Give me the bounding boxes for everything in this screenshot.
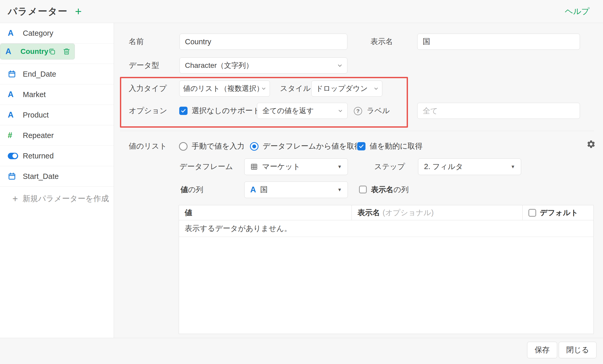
- data-type-label: データ型: [129, 58, 159, 73]
- options-label: オプション: [129, 103, 167, 119]
- display-name-column-label[interactable]: 表示名の列: [371, 182, 409, 198]
- header: パラメーター + ヘルプ: [0, 0, 603, 23]
- chevron-down-icon: [338, 108, 343, 114]
- step-dropdown[interactable]: 2. フィルタ ▼: [418, 158, 521, 175]
- display-name-input[interactable]: [417, 34, 580, 50]
- dataframe-table-icon: [250, 163, 258, 171]
- save-button[interactable]: 保存: [527, 342, 557, 358]
- sidebar-item-repeater[interactable]: # Repeater: [0, 125, 114, 146]
- chevron-down-icon: [373, 86, 379, 91]
- manual-values-label[interactable]: 手動で値を入力: [192, 139, 245, 154]
- label-field-label: ラベル: [367, 103, 390, 119]
- character-icon: A: [8, 90, 19, 99]
- close-button[interactable]: 閉じる: [559, 342, 597, 358]
- input-type-label: 入力タイプ: [129, 81, 167, 96]
- sidebar-item-country[interactable]: A Country: [0, 43, 75, 60]
- default-checkbox[interactable]: [528, 209, 536, 217]
- display-name-label: 表示名: [370, 34, 393, 49]
- style-select[interactable]: ドロップダウン: [311, 81, 382, 97]
- sidebar-item-start-date[interactable]: Start_Date: [0, 166, 114, 187]
- page-title: パラメーター: [8, 5, 68, 18]
- values-table: 値 表示名 (オプショナル) デフォルト 表示するデータがありません。: [179, 205, 594, 334]
- parameter-list-sidebar: A Category A Country A Deliver_Type: [0, 23, 114, 338]
- character-icon: A: [250, 185, 256, 194]
- empty-table-message: 表示するデータがありません。: [179, 220, 593, 237]
- chevron-down-icon: [261, 86, 267, 91]
- dataframe-dropdown[interactable]: マーケット ▼: [244, 158, 348, 175]
- label-input[interactable]: [417, 103, 580, 119]
- duplicate-icon[interactable]: [48, 48, 56, 55]
- step-label: ステップ: [374, 159, 405, 174]
- column-header-value: 値: [179, 205, 352, 220]
- dynamic-fetch-label[interactable]: 値を動的に取得: [370, 139, 422, 154]
- numeric-icon: #: [8, 131, 19, 140]
- dataframe-values-label[interactable]: データフレームから値を取得: [263, 139, 362, 154]
- toggle-logical-icon: [8, 153, 19, 159]
- support-no-selection-checkbox[interactable]: [179, 107, 188, 115]
- dataframe-label: データフレーム: [180, 159, 233, 174]
- sidebar-item-label: Category: [23, 29, 53, 38]
- chevron-down-icon: [337, 62, 343, 69]
- value-column-dropdown[interactable]: A 国 ▼: [244, 181, 348, 198]
- sidebar-item-market[interactable]: A Market: [0, 84, 114, 105]
- character-icon: A: [8, 28, 19, 38]
- support-no-selection-label[interactable]: 選択なしのサポート: [192, 103, 260, 119]
- create-new-parameter-button[interactable]: + 新規パラメーターを作成: [0, 193, 114, 204]
- sidebar-item-label: Returned: [23, 152, 54, 160]
- sidebar-item-category[interactable]: A Category: [0, 23, 114, 43]
- caret-down-icon: ▼: [337, 164, 342, 170]
- values-table-header: 値 表示名 (オプショナル) デフォルト: [179, 205, 593, 220]
- character-icon: A: [8, 110, 19, 120]
- settings-gear-icon[interactable]: [586, 140, 596, 149]
- parameter-editor-window: パラメーター + ヘルプ A Category A Country A Deli…: [0, 0, 603, 364]
- sidebar-item-label: Product: [23, 111, 49, 119]
- input-type-select[interactable]: 値のリスト（複数選択）: [179, 81, 270, 97]
- value-column-label: 値の列: [181, 182, 203, 198]
- column-header-display-name: 表示名 (オプショナル): [352, 205, 523, 220]
- caret-down-icon: ▼: [511, 164, 515, 170]
- value-list-label: 値のリスト: [129, 139, 167, 154]
- name-input[interactable]: [180, 34, 347, 50]
- add-parameter-icon[interactable]: +: [75, 6, 82, 17]
- delete-trash-icon[interactable]: [63, 48, 70, 55]
- help-question-icon[interactable]: ?: [354, 107, 362, 115]
- dataframe-values-radio[interactable]: [250, 142, 259, 151]
- section-divider: [120, 131, 594, 131]
- sidebar-item-label: Country: [20, 47, 48, 56]
- character-icon: A: [5, 47, 17, 56]
- manual-values-radio[interactable]: [179, 142, 188, 151]
- style-label: スタイル: [280, 81, 311, 96]
- sidebar-item-label: Repeater: [23, 131, 54, 140]
- name-label: 名前: [129, 34, 144, 49]
- dynamic-fetch-checkbox[interactable]: [357, 142, 365, 150]
- sidebar-item-label: Start_Date: [23, 172, 59, 181]
- sidebar-item-returned[interactable]: Returned: [0, 146, 114, 166]
- sidebar-item-label: End_Date: [23, 70, 56, 78]
- calendar-icon: [8, 172, 19, 180]
- sidebar-item-end-date[interactable]: End_Date: [0, 64, 114, 84]
- no-selection-behavior-select[interactable]: 全ての値を返す: [257, 103, 348, 119]
- footer-bar: [0, 338, 603, 364]
- plus-icon: +: [12, 194, 18, 203]
- calendar-icon: [8, 70, 19, 78]
- column-header-default: デフォルト: [523, 205, 593, 220]
- sidebar-item-product[interactable]: A Product: [0, 105, 114, 125]
- display-name-column-checkbox[interactable]: [359, 186, 367, 193]
- sidebar-item-label: Market: [23, 90, 46, 99]
- column-header-hint: (オプショナル): [383, 208, 434, 218]
- help-link[interactable]: ヘルプ: [565, 6, 590, 17]
- caret-down-icon: ▼: [337, 187, 342, 193]
- data-type-select[interactable]: Character（文字列）: [180, 57, 347, 74]
